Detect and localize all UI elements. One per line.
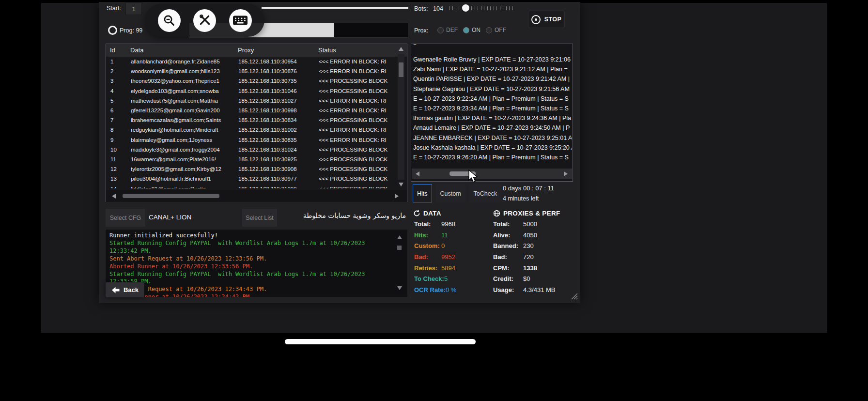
table-row[interactable]: 1116warnerc@gmail.com;Plate2016!185.122.… (107, 154, 397, 164)
keyboard-icon (232, 15, 248, 26)
hscroll-thumb[interactable] (123, 194, 219, 198)
stat-row: Retries:5894 (414, 264, 456, 276)
table-hscrollbar[interactable] (106, 190, 407, 202)
log-line: Sent Abort Request at 10/26/2023 12:34:4… (109, 286, 403, 293)
hit-line[interactable]: thomas gaudin | EXP DATE = 10-27-2023 9:… (413, 113, 572, 123)
scroll-down-icon[interactable] (399, 183, 403, 186)
zoom-out-button[interactable] (158, 9, 181, 32)
scroll-right-icon[interactable] (395, 194, 399, 199)
select-cfg-button[interactable]: Select CFG (106, 209, 145, 227)
wordlist-name: ماريو وسكر وشوية حسابات مخلوطة (271, 212, 406, 219)
table-row[interactable]: 5mathewdust75@gmail.com;Matthia185.122.1… (107, 96, 397, 106)
tab-custom[interactable]: Custom (436, 184, 465, 202)
stat-row: Usage:4.3/431 MB (493, 286, 556, 297)
tab-tocheck[interactable]: ToCheck (469, 184, 502, 202)
prox-option-off[interactable]: OFF (486, 27, 506, 33)
stat-label: Total: (493, 220, 523, 231)
tab-hits[interactable]: Hits (413, 184, 432, 202)
log-area[interactable]: Runner initialized succesfully!Started R… (106, 230, 407, 297)
cell-proxy: 185.122.168.110:30908 (238, 166, 319, 172)
col-id: Id (110, 46, 115, 54)
cell-status: <<< PROCESSING BLOCK (319, 88, 397, 94)
cell-data: redguykian@hotmail.com;Mindcraft (131, 127, 238, 133)
keyboard-button[interactable] (229, 9, 252, 32)
hit-line[interactable]: Arnaud Lemaire | EXP DATE = 10-27-2023 9… (413, 123, 572, 133)
prox-option-on[interactable]: ON (463, 27, 480, 33)
stop-button[interactable]: STOP (528, 11, 565, 28)
timer-elapsed: 0 days 00 : 07 : 11 (503, 185, 554, 192)
timer-remaining: 4 minutes left (503, 195, 539, 202)
cell-id: 2 (110, 68, 131, 74)
slider-thumb-icon[interactable] (462, 4, 469, 12)
table-vscrollbar[interactable] (398, 47, 404, 186)
hit-line[interactable]: JEANNE EMBARECK | EXP DATE = 10-27-2023 … (413, 133, 572, 143)
cell-status: <<< PROCESSING BLOCK (319, 186, 397, 188)
stat-value: 4050 (523, 231, 537, 243)
cell-proxy: 185.122.168.110:30977 (238, 176, 319, 182)
bots-slider[interactable] (450, 3, 513, 13)
tools-button[interactable] (193, 9, 216, 32)
table-row[interactable]: 4elydelgado103@gmail.com;snowba185.122.1… (107, 86, 397, 96)
hit-line[interactable]: E = 10-27-2023 9:23:34 AM | Plan = Premi… (413, 104, 572, 113)
table-row[interactable]: 6gferrell13225@gmail.com;Gavin200185.122… (107, 106, 397, 115)
stat-label: Custom: (414, 242, 441, 253)
hit-line[interactable]: Quentin PARISSE | EXP DATE = 10-27-2023 … (413, 74, 572, 84)
prog-label: Prog: 99 (120, 27, 142, 34)
cell-proxy: 185.122.168.110:30835 (238, 137, 319, 143)
vscroll-thumb[interactable] (399, 62, 403, 77)
stat-value: $0 (523, 275, 530, 286)
cell-status: <<< PROCESSING BLOCK (319, 176, 397, 182)
hit-line[interactable]: E = 10-27-2023 9:26:20 AM | Plan = Premi… (413, 153, 572, 162)
scroll-down-icon[interactable] (397, 286, 402, 290)
table-row[interactable]: 1allanblanchard@orange.fr:Zidane85185.12… (107, 57, 397, 66)
bots-label: Bots: (414, 5, 428, 12)
table-row[interactable]: 9blairmaley@gmail.com;1Joyness185.122.16… (107, 135, 397, 145)
scroll-right-icon[interactable] (564, 171, 568, 176)
cell-id: 9 (110, 137, 131, 143)
scroll-up-icon[interactable] (397, 235, 402, 239)
log-scroll-thumb[interactable] (397, 246, 402, 250)
log-line: Aborted Runner at 10/26/2023 12:34:43 PM… (109, 293, 403, 297)
cell-proxy: 185.122.168.110:30876 (238, 68, 319, 74)
cell-proxy: 185.122.168.110:31024 (238, 147, 319, 153)
hits-hscrollbar[interactable] (412, 169, 572, 179)
scroll-up-icon[interactable] (399, 47, 403, 51)
remote-toolbar[interactable] (145, 4, 264, 37)
cell-data: ibraheemcazalas@gmail.com;Saints (131, 117, 238, 123)
table-row[interactable]: 2woodsonlymills@gmail.com;hills123185.12… (107, 66, 397, 76)
table-row[interactable]: 14liddleton81@gmail.com;Dustin185.122.16… (107, 184, 397, 188)
cell-proxy: 185.122.168.110:30925 (238, 156, 319, 162)
table-row[interactable]: 8redguykian@hotmail.com;Mindcraft185.122… (107, 125, 397, 135)
table-row[interactable]: 3theone9032@yahoo.com;Theprice1185.122.1… (107, 76, 397, 86)
resize-grip-icon[interactable] (571, 293, 578, 300)
start-input[interactable] (125, 2, 142, 15)
start-slider[interactable] (262, 7, 408, 9)
back-button[interactable]: Back (106, 282, 144, 297)
hit-line[interactable]: E = 10-27-2023 9:22:24 AM | Plan = Premi… (413, 94, 572, 104)
mouse-cursor-icon (468, 170, 479, 184)
table-row[interactable]: 7ibraheemcazalas@gmail.com;Saints185.122… (107, 115, 397, 125)
log-lines: Runner initialized succesfully!Started R… (109, 232, 403, 297)
cell-proxy: 185.122.168.110:31046 (238, 88, 319, 94)
hit-line[interactable]: Gwenaelle Rolle Bruvry | EXP DATE = 10-2… (413, 55, 572, 64)
hit-line[interactable]: Stephanie Gagniou | EXP DATE = 10-27-202… (413, 84, 572, 94)
bots-value: 104 (433, 5, 443, 12)
data-panel-title: DATA (423, 210, 441, 217)
cell-data: woodsonlymills@gmail.com;hills123 (131, 68, 238, 74)
table-row[interactable]: 10madidoyle3@gmail.com;froggy2004185.122… (107, 145, 397, 154)
table-row[interactable]: 13pilou3004@hotmail.fr:Bichnoufl1185.122… (107, 174, 397, 184)
results-table: Id Data Proxy Status 1allanblanchard@ora… (106, 44, 407, 202)
cell-data: madidoyle3@gmail.com;froggy2004 (131, 147, 238, 153)
hit-line[interactable]: Zabi Nami | EXP DATE = 10-27-2023 9:21:1… (413, 64, 572, 74)
zoom-out-icon (163, 14, 175, 27)
prox-option-def[interactable]: DEF (437, 27, 458, 33)
scroll-left-icon[interactable] (416, 171, 419, 176)
home-indicator[interactable] (285, 339, 476, 344)
table-row[interactable]: 12tylerortiz2005@gmail.com;Kirby@12185.1… (107, 164, 397, 174)
cell-id: 12 (110, 166, 131, 172)
scroll-left-icon[interactable] (112, 194, 116, 199)
proxies-stats: Total:5000Alive:4050Banned:230Bad:720CPM… (493, 220, 556, 297)
stat-row: To Check:5 (414, 275, 456, 286)
hit-line[interactable]: Josue Kashala kashala | EXP DATE = 10-27… (413, 143, 572, 153)
log-line: Started Running Config PAYPAL with Wordl… (109, 240, 403, 255)
